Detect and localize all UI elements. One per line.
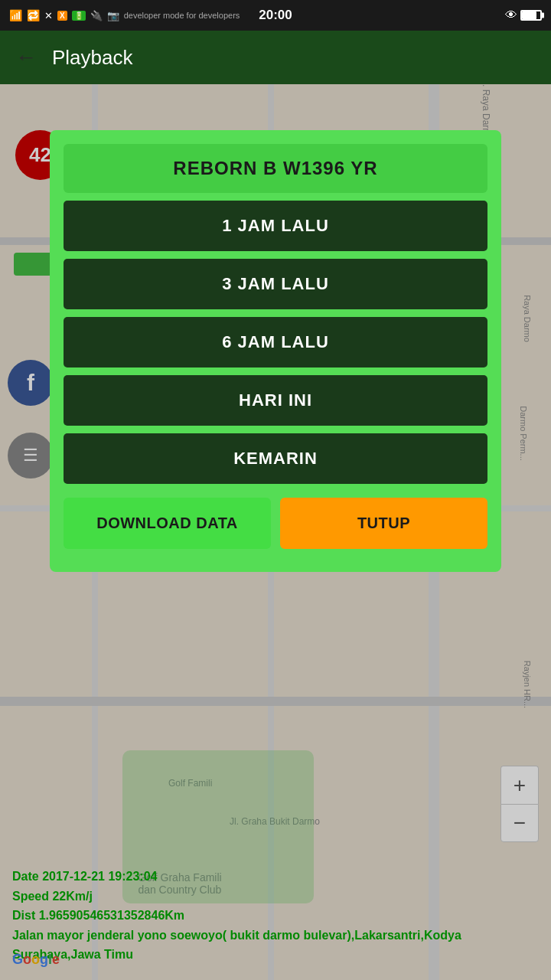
page-title: Playback bbox=[52, 46, 133, 70]
eye-icon: 👁 bbox=[505, 8, 517, 22]
x-icon: ✕ bbox=[44, 10, 53, 21]
modal-header: REBORN B W1396 YR bbox=[64, 144, 487, 193]
usb-icon: 🔌 bbox=[90, 10, 103, 21]
camera-icon: 📷 bbox=[107, 10, 119, 21]
battery-indicator bbox=[520, 10, 542, 21]
status-bar: 📶 🔁 ✕ X 🔋 🔌 📷 developer mode for develop… bbox=[0, 0, 551, 31]
modal-action-buttons: DOWNLOAD DATA TUTUP bbox=[64, 498, 487, 549]
option-3jam[interactable]: 3 JAM LALU bbox=[64, 259, 487, 309]
option-hariini[interactable]: HARI INI bbox=[64, 375, 487, 426]
battery-icon2: 🔋 bbox=[72, 11, 86, 21]
battery-status-icon: X bbox=[57, 11, 67, 21]
back-button[interactable]: ← bbox=[15, 45, 37, 70]
status-time: 20:00 bbox=[259, 8, 292, 23]
dev-mode-text: developer mode for developers bbox=[124, 11, 240, 20]
modal-title: REBORN B W1396 YR bbox=[173, 158, 377, 178]
status-right: 👁 bbox=[505, 8, 542, 22]
option-1jam[interactable]: 1 JAM LALU bbox=[64, 201, 487, 251]
wifi-icon: 🔁 bbox=[27, 9, 40, 21]
signal-icon: 📶 bbox=[9, 9, 22, 21]
tutup-button[interactable]: TUTUP bbox=[280, 498, 487, 549]
option-kemarin[interactable]: KEMARIN bbox=[64, 433, 487, 484]
top-nav-bar: ← Playback bbox=[0, 31, 551, 84]
modal-overlay: REBORN B W1396 YR 1 JAM LALU 3 JAM LALU … bbox=[0, 84, 551, 980]
modal-dialog: REBORN B W1396 YR 1 JAM LALU 3 JAM LALU … bbox=[50, 130, 501, 572]
download-data-button[interactable]: DOWNLOAD DATA bbox=[64, 498, 271, 549]
status-left: 📶 🔁 ✕ X 🔋 🔌 📷 developer mode for develop… bbox=[9, 9, 240, 21]
option-6jam[interactable]: 6 JAM LALU bbox=[64, 317, 487, 368]
